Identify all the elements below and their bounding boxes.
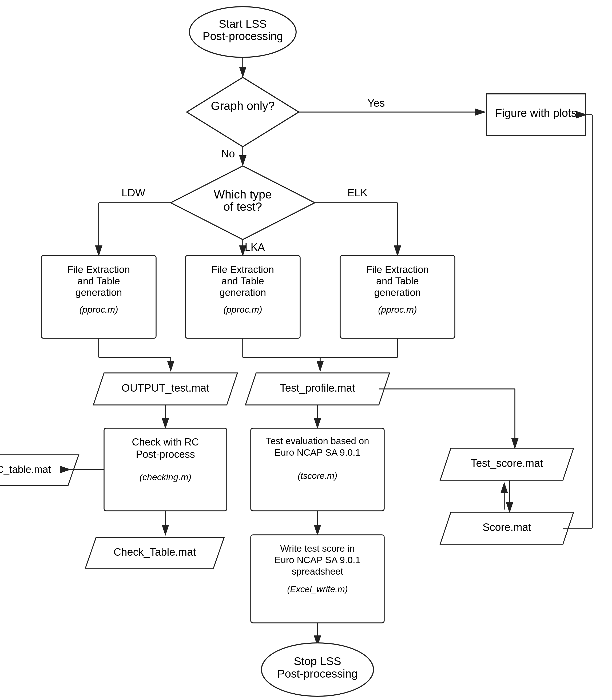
lka-box-line2: and Table bbox=[221, 276, 264, 286]
test-profile-label: Test_profile.mat bbox=[280, 382, 355, 394]
no-label: No bbox=[221, 148, 235, 159]
write-score-line3: spreadsheet bbox=[292, 566, 343, 576]
ldw-box-line1: File Extraction bbox=[68, 264, 130, 275]
elk-box-line2: and Table bbox=[376, 276, 419, 286]
write-score-script: (Excel_write.m) bbox=[287, 584, 348, 594]
test-score-label: Test_score.mat bbox=[471, 457, 543, 469]
test-eval-script: (tscore.m) bbox=[298, 471, 337, 481]
yes-label: Yes bbox=[367, 97, 385, 109]
figure-plots-label: Figure with plots bbox=[495, 107, 577, 119]
stop-text-line1: Stop LSS bbox=[294, 655, 341, 668]
elk-box-line1: File Extraction bbox=[366, 264, 429, 275]
ldw-box-script: (pproc.m) bbox=[79, 304, 118, 314]
check-rc-line2: Post-process bbox=[136, 449, 195, 460]
check-rc-script: (checking.m) bbox=[140, 472, 192, 482]
test-eval-line2: Euro NCAP SA 9.0.1 bbox=[275, 447, 360, 458]
rc-table-label: RC_table.mat bbox=[0, 464, 51, 475]
final-flowchart: Start LSS Post-processing Graph only? Ye… bbox=[0, 0, 612, 700]
elk-box-script: (pproc.m) bbox=[378, 304, 417, 314]
lka-box-script: (pproc.m) bbox=[223, 304, 262, 314]
stop-text-line2: Post-processing bbox=[277, 668, 358, 680]
elk-label: ELK bbox=[347, 187, 367, 198]
check-table-label: Check_Table.mat bbox=[113, 546, 196, 558]
elk-box-line3: generation bbox=[374, 287, 421, 298]
write-score-line1: Write test score in bbox=[280, 543, 354, 554]
test-eval-line1: Test evaluation based on bbox=[266, 436, 369, 446]
write-score-line2: Euro NCAP SA 9.0.1 bbox=[275, 555, 360, 565]
output-test-label: OUTPUT_test.mat bbox=[122, 382, 209, 394]
lka-label: LKA bbox=[245, 241, 265, 253]
start-text-line1: Start LSS bbox=[219, 18, 267, 30]
ldw-box-line3: generation bbox=[75, 287, 122, 298]
ldw-label: LDW bbox=[122, 187, 145, 198]
ldw-box-line2: and Table bbox=[78, 276, 120, 286]
graph-only-text: Graph only? bbox=[211, 99, 275, 112]
lka-box-line3: generation bbox=[220, 287, 266, 298]
start-text-line2: Post-processing bbox=[203, 30, 283, 42]
which-type-text2: of test? bbox=[224, 200, 262, 213]
which-type-text1: Which type bbox=[214, 188, 272, 201]
score-mat-label: Score.mat bbox=[483, 521, 531, 533]
lka-box-line1: File Extraction bbox=[211, 264, 274, 275]
check-rc-line1: Check with RC bbox=[132, 436, 199, 448]
